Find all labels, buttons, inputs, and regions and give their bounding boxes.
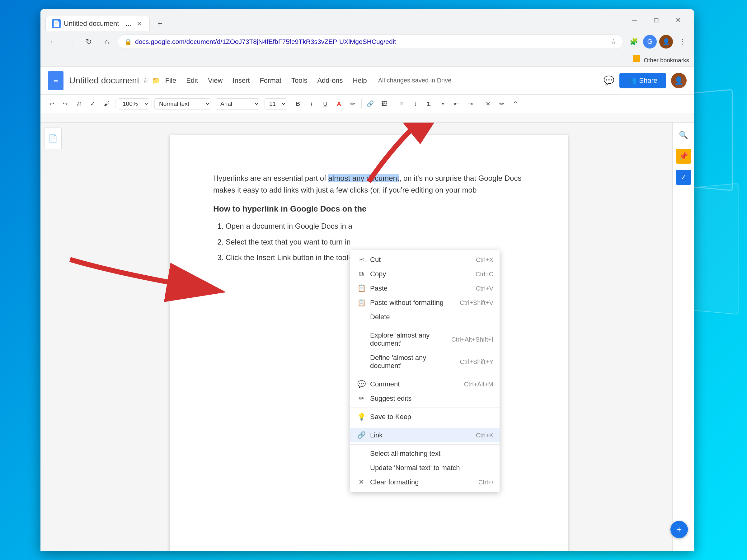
- keep-icon: 💡: [356, 413, 366, 421]
- numbered-list-button[interactable]: 1.: [423, 98, 435, 110]
- font-select[interactable]: Arial: [216, 98, 259, 109]
- active-tab[interactable]: 📄 Untitled document - Google Doc... ✕: [46, 16, 150, 31]
- new-tab-button[interactable]: +: [153, 17, 167, 31]
- forward-button[interactable]: →: [63, 34, 78, 49]
- doc-title[interactable]: Untitled document: [69, 76, 139, 85]
- ctx-select-all-matching[interactable]: Select all matching text: [350, 447, 499, 461]
- editing-mode-button[interactable]: ✏: [495, 98, 508, 110]
- comment-icon: 💬: [356, 380, 366, 388]
- ctx-copy[interactable]: ⧉ Copy Ctrl+C: [350, 267, 499, 281]
- line-spacing-button[interactable]: ↕: [409, 98, 422, 110]
- style-select[interactable]: Normal text: [154, 98, 210, 109]
- print-button[interactable]: 🖨: [73, 98, 85, 110]
- explore-sidebar-button[interactable]: 🔍: [676, 128, 691, 142]
- menu-edit[interactable]: Edit: [181, 74, 203, 87]
- ctx-paste-no-format-shortcut: Ctrl+Shift+V: [460, 299, 493, 306]
- ctx-paste-no-format[interactable]: 📋 Paste without formatting Ctrl+Shift+V: [350, 296, 499, 310]
- tab-title: Untitled document - Google Doc...: [64, 20, 132, 28]
- bookmarks-label: Other bookmarks: [633, 55, 689, 64]
- nav-bar: ← → ↻ ⌂ 🔒 docs.google.com/document/d/1ZO…: [41, 31, 694, 52]
- menu-addons[interactable]: Add-ons: [312, 74, 348, 87]
- ctx-paste[interactable]: 📋 Paste Ctrl+V: [350, 281, 499, 296]
- menu-insert[interactable]: Insert: [228, 74, 255, 87]
- ctx-copy-label: Copy: [370, 270, 472, 278]
- keep-sidebar-button[interactable]: 📌: [676, 149, 691, 164]
- ctx-cut[interactable]: ✂ Cut Ctrl+X: [350, 252, 499, 267]
- toolbar-divider-2: [152, 99, 152, 109]
- ctx-link[interactable]: 🔗 Link Ctrl+K: [350, 428, 499, 443]
- menu-view[interactable]: View: [203, 74, 228, 87]
- font-size-select[interactable]: 11: [264, 98, 286, 109]
- close-button[interactable]: ✕: [667, 12, 689, 28]
- menu-file[interactable]: File: [160, 74, 181, 87]
- format-paint-button[interactable]: 🖌: [100, 98, 113, 110]
- ctx-save-keep[interactable]: 💡 Save to Keep: [350, 410, 499, 424]
- indent-dec-button[interactable]: ⇤: [450, 98, 463, 110]
- docs-title-area: Untitled document ☆ 📁: [69, 76, 160, 85]
- toolbar-divider-1: [115, 99, 115, 109]
- maximize-button[interactable]: □: [646, 12, 667, 28]
- home-button[interactable]: ⌂: [100, 34, 114, 49]
- indent-inc-button[interactable]: ⇥: [464, 98, 476, 110]
- bold-button[interactable]: B: [292, 98, 304, 110]
- docs-sidebar-right: 🔍 📌 ✓ +: [672, 123, 694, 551]
- clear-format-icon: ✕: [356, 478, 366, 486]
- highlight-button[interactable]: ✏: [346, 98, 359, 110]
- address-bar[interactable]: 🔒 docs.google.com/document/d/1ZOoJ73T8jN…: [118, 34, 623, 49]
- menu-tools[interactable]: Tools: [286, 74, 312, 87]
- ctx-explore-label: Explore 'almost any document': [370, 331, 447, 348]
- menu-format[interactable]: Format: [255, 74, 286, 87]
- italic-button[interactable]: I: [305, 98, 318, 110]
- ctx-explore[interactable]: Explore 'almost any document' Ctrl+Alt+S…: [350, 328, 499, 351]
- menu-help[interactable]: Help: [348, 74, 371, 87]
- bookmark-star[interactable]: ☆: [610, 38, 617, 46]
- comment-icon[interactable]: 💬: [603, 75, 614, 85]
- image-button[interactable]: 🖼: [378, 98, 390, 110]
- tab-close-button[interactable]: ✕: [135, 19, 143, 29]
- expand-button[interactable]: ⌃: [509, 98, 522, 110]
- bullet-list-button[interactable]: •: [437, 98, 449, 110]
- docs-app: ≡ Untitled document ☆ 📁 File Edit View I…: [41, 66, 694, 551]
- profile-button[interactable]: G: [643, 35, 657, 49]
- ctx-update-normal-text[interactable]: Update 'Normal text' to match: [350, 461, 499, 475]
- ctx-comment-label: Comment: [370, 380, 460, 388]
- docs-logo: ≡: [48, 71, 63, 90]
- refresh-button[interactable]: ↻: [81, 34, 96, 49]
- desktop: 📄 Untitled document - Google Doc... ✕ + …: [0, 0, 747, 560]
- star-icon[interactable]: ☆: [143, 77, 149, 85]
- ctx-clear-formatting[interactable]: ✕ Clear formatting Ctrl+\: [350, 475, 499, 489]
- link-button[interactable]: 🔗: [364, 98, 377, 110]
- extensions-button[interactable]: 🧩: [627, 35, 641, 49]
- menu-button[interactable]: ⋮: [675, 35, 689, 49]
- add-widget-button[interactable]: +: [670, 521, 688, 538]
- redo-button[interactable]: ↪: [59, 98, 72, 110]
- ctx-delete[interactable]: Delete: [350, 310, 499, 324]
- toolbar-divider-4: [262, 99, 262, 109]
- share-button[interactable]: 👥 Share: [619, 73, 666, 88]
- clear-format-button[interactable]: ✕: [482, 98, 494, 110]
- page-thumbnail[interactable]: 📄: [44, 128, 61, 149]
- section-heading: How to hyperlink in Google Docs on the: [213, 203, 524, 216]
- ctx-save-keep-label: Save to Keep: [370, 413, 493, 421]
- tasks-sidebar-button[interactable]: ✓: [676, 170, 691, 185]
- profile-avatar[interactable]: 👤: [659, 35, 673, 49]
- suggest-icon: ✏: [356, 395, 366, 403]
- ctx-suggest[interactable]: ✏ Suggest edits: [350, 391, 499, 406]
- undo-button[interactable]: ↩: [46, 98, 58, 110]
- text-color-button[interactable]: A: [333, 98, 345, 110]
- folder-icon[interactable]: 📁: [152, 77, 160, 85]
- ctx-divider-3: [350, 407, 499, 408]
- docs-content: 📄: [41, 123, 694, 551]
- docs-main[interactable]: Hyperlinks are an essential part of almo…: [66, 123, 672, 551]
- spellcheck-button[interactable]: ✓: [86, 98, 99, 110]
- underline-button[interactable]: U: [319, 98, 332, 110]
- back-button[interactable]: ←: [46, 34, 60, 49]
- tab-area: 📄 Untitled document - Google Doc... ✕ +: [46, 9, 167, 31]
- zoom-select[interactable]: 100%: [118, 98, 149, 109]
- align-button[interactable]: ≡: [395, 98, 408, 110]
- minimize-button[interactable]: ─: [624, 12, 646, 28]
- ctx-comment[interactable]: 💬 Comment Ctrl+Alt+M: [350, 377, 499, 391]
- ctx-link-label: Link: [370, 431, 472, 439]
- ctx-define[interactable]: Define 'almost any document' Ctrl+Shift+…: [350, 351, 499, 373]
- user-avatar[interactable]: 👤: [671, 73, 687, 88]
